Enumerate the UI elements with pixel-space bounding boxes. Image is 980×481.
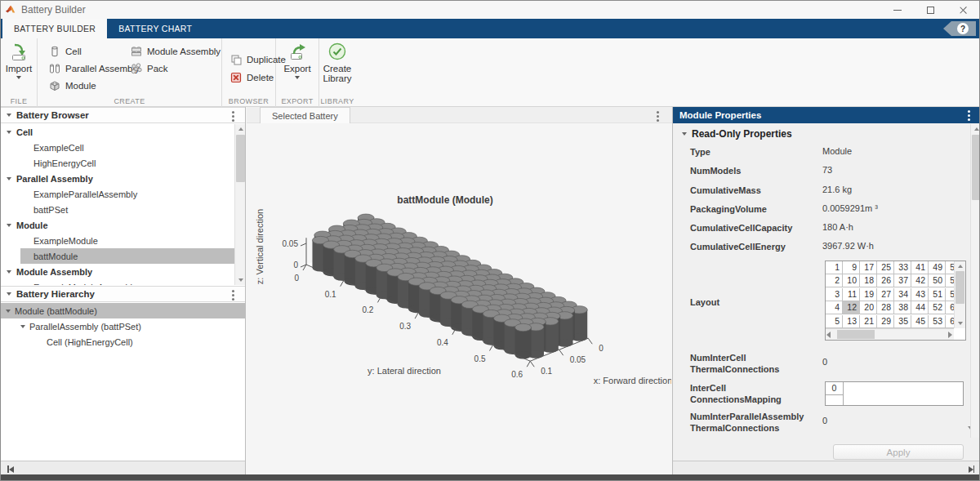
layout-cell[interactable]: 34 [894,288,911,301]
export-button[interactable]: Export [276,42,318,79]
import-button[interactable]: Import [1,42,37,79]
layout-cell[interactable]: 52 [929,301,946,314]
layout-cell[interactable]: 12 [843,301,860,314]
scroll-up-icon[interactable] [955,261,966,271]
battery-browser-header[interactable]: Battery Browser [1,107,245,123]
layout-cell[interactable]: 51 [929,288,946,301]
layout-cell[interactable]: 45 [911,315,929,328]
layout-cell[interactable]: 27 [877,288,894,301]
apply-button[interactable]: Apply [833,444,964,460]
tab-battery-chart[interactable]: BATTERY CHART [107,19,203,38]
browser-item-ExampleModuleAssembly[interactable]: ExampleModuleAssembly [1,279,245,285]
layout-cell[interactable]: 4 [826,301,843,314]
layout-cell[interactable]: 17 [860,261,877,274]
layout-cell[interactable]: 19 [860,288,877,301]
layout-cell[interactable]: 5 [826,315,843,328]
expand-arrow-icon[interactable] [20,325,25,328]
layout-cell[interactable]: 21 [860,315,877,328]
help-button[interactable]: ? [943,21,976,36]
browser-item-battModule[interactable]: battModule [1,248,245,264]
hierarchy-item-Cell-HighEnergyCell-[interactable]: Cell (HighEnergyCell) [1,334,245,350]
browser-item-Cell[interactable]: Cell [1,124,245,140]
layout-cell[interactable]: 2 [826,274,843,287]
layout-cell[interactable]: 11 [843,288,860,301]
intercell-mapping-field[interactable]: 0 [825,381,964,406]
layout-cell[interactable]: 1 [826,261,843,274]
browser-item-ExampleModule[interactable]: ExampleModule [1,233,245,248]
properties-scrollbar[interactable] [970,124,980,438]
layout-cell[interactable]: 35 [894,315,911,328]
tab-selected-battery[interactable]: Selected Battery [260,107,350,123]
scroll-down-icon[interactable] [235,275,246,285]
expand-arrow-icon[interactable] [7,270,11,274]
battery-3d-plot[interactable]: 00.10.20.30.40.50.600.050.100.05battModu… [247,124,671,461]
layout-table[interactable]: 1917253341495721018263742505831119273443… [825,261,966,341]
tab-battery-builder[interactable]: BATTERY BUILDER [2,19,107,38]
properties-menu-icon[interactable] [968,114,970,117]
delete-button[interactable]: Delete [229,71,274,84]
scroll-thumb[interactable] [236,135,245,182]
create-cell-button[interactable]: Cell [48,45,82,58]
scroll-left-icon[interactable] [826,332,831,338]
maximize-button[interactable] [914,1,947,19]
layout-cell[interactable]: 29 [877,315,894,328]
layout-cell[interactable]: 43 [911,288,929,301]
browser-item-battPSet[interactable]: battPSet [1,202,245,217]
scroll-down-icon[interactable] [955,318,966,328]
layout-cell[interactable]: 41 [911,261,929,274]
layout-cell[interactable]: 49 [929,261,946,274]
browser-item-Module[interactable]: Module [1,217,245,233]
scroll-thumb[interactable] [956,271,964,304]
scroll-thumb[interactable] [837,330,875,339]
close-button[interactable] [947,1,979,19]
browser-item-Module Assembly[interactable]: Module Assembly [1,264,245,279]
layout-cell[interactable]: 18 [860,274,877,287]
layout-cell[interactable]: 38 [894,301,911,314]
scroll-right-icon[interactable] [948,332,952,338]
layout-cell[interactable]: 33 [894,261,911,274]
browser-item-Parallel Assembly[interactable]: Parallel Assembly [1,171,245,186]
layout-cell[interactable]: 53 [929,315,946,328]
hierarchy-item-ParallelAssembly-battPSet-[interactable]: ParallelAssembly (battPSet) [1,318,245,334]
create-pack-button[interactable]: Pack [130,62,168,75]
expand-arrow-icon[interactable] [7,224,11,227]
create-module-button[interactable]: Module [48,79,96,92]
mapping-cell-empty[interactable] [826,395,844,405]
scroll-up-icon[interactable] [971,124,980,134]
layout-cell[interactable]: 20 [860,301,877,314]
browser-item-HighEnergyCell[interactable]: HighEnergyCell [1,155,245,171]
module-properties-header[interactable]: Module Properties [673,107,980,123]
layout-cell[interactable]: 26 [877,274,894,287]
expand-arrow-icon[interactable] [6,310,11,313]
minimize-button[interactable] [881,1,914,19]
layout-cell[interactable]: 25 [877,261,894,274]
layout-cell[interactable]: 28 [877,301,894,314]
layout-cell[interactable]: 9 [843,261,860,274]
browser-scrollbar[interactable] [234,124,245,285]
expand-arrow-icon[interactable] [7,177,11,180]
layout-table-hscroll[interactable] [826,328,954,340]
layout-cell[interactable]: 42 [911,274,929,287]
scroll-up-icon[interactable] [235,124,246,134]
layout-cell[interactable]: 10 [843,274,860,287]
layout-table-vscroll[interactable] [954,261,965,328]
layout-cell[interactable]: 50 [929,274,946,287]
hierarchy-item-Module-battModule-[interactable]: Module (battModule) [1,303,245,318]
layout-cell[interactable]: 44 [911,301,929,314]
hierarchy-menu-icon[interactable] [232,294,234,296]
browser-menu-icon[interactable] [232,115,234,118]
canvas-menu-icon[interactable] [657,115,659,118]
create-module-assembly-button[interactable]: Module Assembly [130,45,220,58]
scroll-thumb[interactable] [972,135,980,200]
browser-item-ExampleParallelAssembly[interactable]: ExampleParallelAssembly [1,186,245,202]
expand-arrow-icon[interactable] [7,131,11,134]
layout-cell[interactable]: 37 [894,274,911,287]
readonly-properties-section[interactable]: Read-Only Properties [676,128,792,140]
browser-item-ExampleCell[interactable]: ExampleCell [1,140,245,155]
create-parallel-assembly-button[interactable]: Parallel Assembly [48,62,140,75]
layout-cell[interactable]: 13 [843,315,860,328]
mapping-cell-value[interactable]: 0 [826,382,844,395]
layout-cell[interactable]: 3 [826,288,843,301]
battery-hierarchy-header[interactable]: Battery Hierarchy [1,286,245,302]
create-library-button[interactable]: Create Library [319,42,355,83]
